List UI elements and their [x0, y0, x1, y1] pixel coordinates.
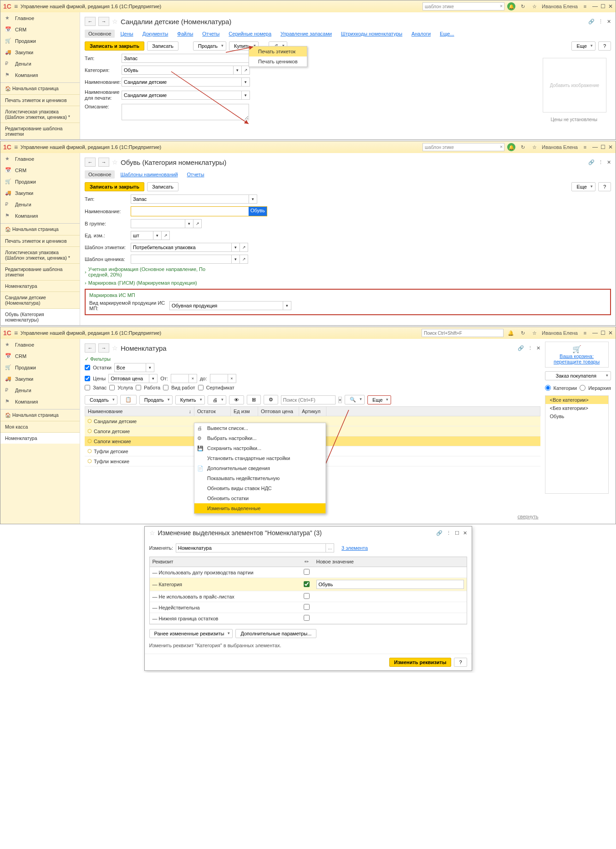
checkbox-ost[interactable] [85, 365, 90, 370]
nav-main[interactable]: ★Главное [0, 339, 80, 350]
col-rest[interactable]: Остаток [194, 407, 231, 416]
kebab-icon[interactable]: ⋮ [528, 345, 533, 351]
additional-params-button[interactable]: Дополнительные параметры... [235, 629, 316, 638]
nav-purchases[interactable]: 🚚Закупки [0, 187, 80, 199]
nav-edit-template[interactable]: Редактирование шаблона этикетки [0, 263, 80, 280]
tab-docs[interactable]: Документы [139, 30, 172, 38]
create-button[interactable]: Создать [85, 395, 117, 404]
nav-money[interactable]: ₽Деньги [0, 384, 80, 396]
dropdown-icon[interactable]: ▾ [185, 219, 193, 228]
nav-crm[interactable]: 📅CRM [0, 24, 80, 35]
close-button[interactable]: ✕ [608, 330, 613, 336]
checkbox-r4[interactable] [304, 604, 310, 610]
nav-sales[interactable]: 🛒Продажи [0, 35, 80, 46]
dropdown-icon[interactable]: ▾ [283, 301, 291, 310]
favorite-icon[interactable]: ☆ [112, 159, 118, 166]
input-name[interactable] [122, 77, 242, 87]
star-icon[interactable]: ☆ [530, 2, 539, 11]
input-category[interactable] [122, 66, 234, 75]
minimize-button[interactable]: — [592, 330, 598, 336]
filters-header[interactable]: ✓ Фильтры [85, 356, 540, 362]
close-button[interactable]: ✕ [608, 3, 613, 10]
nav-home[interactable]: 🏠 Начальная страница [0, 82, 80, 94]
menu-std[interactable]: Установить стандартные настройки [194, 453, 326, 463]
checkbox-vidrabot[interactable] [163, 385, 168, 390]
menu-upd-rest[interactable]: Обновить остатки [194, 493, 326, 503]
maximize-button[interactable]: ☐ [601, 330, 606, 336]
nav-crm[interactable]: 📅CRM [0, 350, 80, 362]
menu-icon[interactable]: ≡ [14, 143, 18, 151]
nav-company[interactable]: ⚑Компания [0, 396, 80, 407]
help-button[interactable]: ? [454, 658, 467, 667]
more-button[interactable]: Еще [367, 395, 391, 404]
nav-labels[interactable]: Печать этикеток и ценников [0, 235, 80, 246]
open-icon[interactable]: ↗ [240, 243, 248, 252]
menu-upd-vat[interactable]: Обновить виды ставок НДС [194, 483, 326, 493]
col-art[interactable]: Артикул [299, 407, 326, 416]
tab-serial[interactable]: Серийные номера [225, 30, 275, 38]
minimize-button[interactable]: — [592, 144, 598, 150]
maximize-button[interactable]: ☐ [601, 3, 606, 10]
bell-icon[interactable]: 🔔 [507, 143, 515, 151]
open-icon[interactable]: ↗ [162, 231, 170, 240]
kebab-icon[interactable]: ⋮ [446, 530, 451, 536]
history-icon[interactable]: ↻ [518, 143, 527, 152]
forward-button[interactable]: → [98, 17, 109, 26]
maximize-button[interactable]: ☐ [601, 144, 606, 150]
dropdown-icon[interactable]: ▾ [242, 91, 250, 100]
menu-print-labels[interactable]: Печать этикеток [249, 46, 307, 56]
checkbox-prices[interactable] [85, 376, 90, 381]
print-button[interactable]: 🖨 [208, 395, 226, 404]
clear-icon[interactable]: × [228, 374, 236, 383]
nav-main[interactable]: ★Главное [0, 153, 80, 164]
input-price-tmpl[interactable] [131, 255, 232, 264]
ellipsis-icon[interactable]: … [326, 543, 334, 552]
checkbox-r2[interactable] [304, 581, 310, 587]
back-button[interactable]: ← [85, 343, 96, 353]
link-icon[interactable]: 🔗 [588, 19, 595, 25]
col-price[interactable]: Оптовая цена [258, 407, 299, 416]
input-print-name[interactable] [122, 91, 242, 100]
menu-extra[interactable]: 📄Дополнительные сведения [194, 463, 326, 473]
nav-company[interactable]: ⚑Компания [0, 210, 80, 221]
prev-changed-button[interactable]: Ранее измененные реквизиты [149, 629, 233, 638]
dropdown-icon[interactable]: ▾ [232, 243, 240, 252]
dropdown-icon[interactable]: ▾ [146, 363, 154, 372]
help-button[interactable]: ? [598, 182, 611, 191]
dropdown-icon[interactable]: ▾ [242, 77, 250, 87]
close-page-icon[interactable]: ✕ [607, 19, 611, 25]
input-name[interactable] [131, 207, 249, 216]
checkbox-usluga[interactable] [109, 385, 115, 390]
nav-sales[interactable]: 🛒Продажи [0, 362, 80, 373]
checkbox-rabota[interactable] [136, 385, 141, 390]
nav-purchases[interactable]: 🚚Закупки [0, 46, 80, 58]
bell-outline-icon[interactable]: 🔔 [506, 328, 515, 338]
nav-money[interactable]: ₽Деньги [0, 199, 80, 210]
nav-logistic[interactable]: Логистическая упаковка (Шаблон этикетки,… [0, 246, 80, 263]
global-search-input[interactable] [423, 143, 504, 151]
favorite-icon[interactable]: ☆ [112, 344, 118, 352]
input-type[interactable] [122, 54, 249, 63]
input-ost[interactable] [114, 363, 146, 372]
list-search[interactable] [281, 395, 336, 404]
tab-main[interactable]: Основное [85, 170, 115, 179]
tab-prices[interactable]: Цены [117, 30, 137, 38]
nav-money[interactable]: ₽Деньги [0, 58, 80, 69]
back-button[interactable]: ← [85, 17, 96, 26]
nav-nomen[interactable]: Номенклатура [0, 280, 80, 292]
input-desc[interactable] [122, 104, 249, 120]
nav-sales[interactable]: 🛒Продажи [0, 176, 80, 187]
global-search-input[interactable] [422, 329, 504, 337]
nav-home[interactable]: 🏠 Начальная страница [0, 223, 80, 235]
favorite-icon[interactable]: ☆ [149, 529, 155, 537]
tab-stock[interactable]: Управление запасами [277, 30, 336, 38]
buy-button[interactable]: Купить [175, 395, 205, 404]
link-icon[interactable]: 🔗 [518, 345, 524, 351]
open-icon[interactable]: ↗ [242, 66, 250, 75]
favorite-icon[interactable]: ☆ [112, 18, 118, 25]
expand-accounting[interactable]: ›Учетная информация (Основное направлени… [85, 265, 611, 279]
expand-marking-gism[interactable]: ›Маркировка (ГИСМ) (Маркируемая продукци… [85, 279, 611, 287]
forward-button[interactable]: → [98, 158, 109, 167]
nav-labels[interactable]: Печать этикеток и ценников [0, 94, 80, 106]
input-from[interactable] [171, 374, 189, 383]
